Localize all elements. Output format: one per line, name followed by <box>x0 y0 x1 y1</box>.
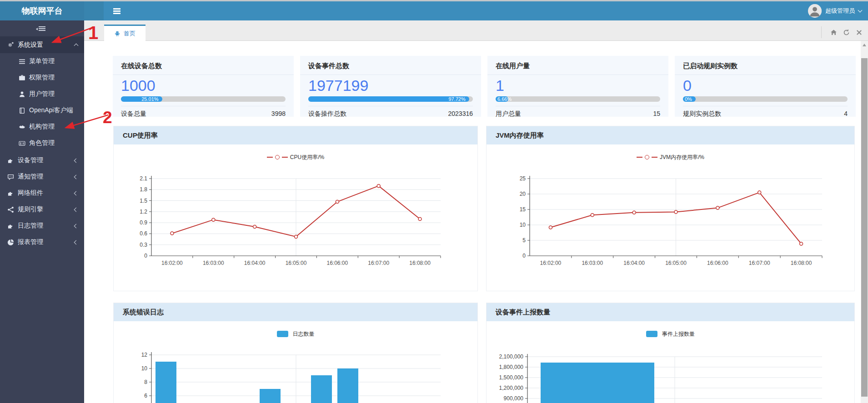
tab-home[interactable]: 首页 <box>104 25 146 41</box>
legend-label: JVM内存使用率/% <box>660 154 704 161</box>
scrollbar-thumb[interactable] <box>861 58 868 397</box>
sidebar-item-label: 菜单管理 <box>29 57 55 65</box>
panel-cpu-usage: CUP使用率 CPU使用率/% 00.30.60.91.21.51.82.116… <box>113 126 478 291</box>
panel-jvm-memory: JVM内存使用率 JVM内存使用率/% 051015202516:02:0016… <box>486 126 855 291</box>
stat-progress-percent: 97.72% <box>448 96 465 102</box>
svg-text:6: 6 <box>144 393 147 399</box>
sidebar-item-label: 网络组件 <box>18 189 43 197</box>
stat-card-online-users: 在线用户量 1 6.66% 用户总量 15 <box>487 56 668 117</box>
stat-footer-label: 设备操作总数 <box>308 110 346 118</box>
refresh-icon[interactable] <box>843 29 850 36</box>
scroll-up-arrow-icon <box>863 44 866 46</box>
stat-footer-value: 2023316 <box>448 110 473 118</box>
close-icon[interactable] <box>856 29 863 36</box>
sidebar-item-permission-management[interactable]: 权限管理 <box>0 70 84 86</box>
stat-footer-label: 设备总量 <box>121 110 146 118</box>
chevron-up-icon <box>74 44 79 48</box>
dashboard-content: 在线设备总数 1000 25.01% 设备总量 3998 设备事件总数 1977… <box>84 41 868 403</box>
stat-card-title: 在线设备总数 <box>113 56 294 75</box>
legend-log-count[interactable]: 日志数量 <box>114 328 477 339</box>
stat-card-title: 已启动规则实例数 <box>675 56 856 75</box>
sidebar-item-openapi-client[interactable]: OpenApi客户端 <box>0 102 84 119</box>
home-icon[interactable] <box>830 29 837 36</box>
user-menu[interactable]: 超级管理员 <box>808 1 862 20</box>
sidebar-item-network-components[interactable]: 网络组件 <box>0 185 84 201</box>
legend-label: CPU使用率/% <box>290 154 324 161</box>
app-logo[interactable]: 物联网平台 <box>0 1 84 20</box>
svg-text:20: 20 <box>520 191 526 197</box>
gears-icon <box>7 41 15 48</box>
sidebar-item-label: 用户管理 <box>29 90 55 98</box>
sidebar-item-organization-management[interactable]: 机构管理 <box>0 119 84 135</box>
tab-bar: 首页 <box>84 20 868 41</box>
svg-text:2.1: 2.1 <box>140 175 147 182</box>
stat-card-online-devices: 在线设备总数 1000 25.01% 设备总量 3998 <box>113 56 294 117</box>
stat-footer-value: 15 <box>653 110 660 118</box>
sidebar-item-log-management[interactable]: 日志管理 <box>0 218 84 234</box>
scrollbar-up-button[interactable] <box>861 41 868 49</box>
legend-jvm[interactable]: JVM内存使用率/% <box>487 152 854 163</box>
legend-label: 日志数量 <box>293 330 315 338</box>
stat-progress-percent: 25.01% <box>141 96 158 102</box>
svg-text:16:08:00: 16:08:00 <box>409 260 431 266</box>
sidebar-toggle-button[interactable] <box>108 1 126 20</box>
svg-text:1,500,000: 1,500,000 <box>499 374 524 381</box>
svg-text:16:04:00: 16:04:00 <box>623 260 645 266</box>
panel-title: CUP使用率 <box>114 126 477 144</box>
iot-dashboard: 物联网平台 超级管理员 系统设置 <box>0 0 868 403</box>
svg-text:12: 12 <box>141 352 148 358</box>
legend-event-count[interactable]: 事件上报数量 <box>487 328 854 339</box>
android-icon <box>114 30 120 37</box>
sidebar-item-system-settings[interactable]: 系统设置 <box>0 36 84 53</box>
stat-card-value: 1 <box>487 75 668 94</box>
sidebar-item-role-management[interactable]: 角色管理 <box>0 135 84 151</box>
svg-text:16:05:00: 16:05:00 <box>665 260 687 266</box>
hamburger-icon <box>113 8 120 10</box>
sidebar-item-label: 设备管理 <box>18 156 43 164</box>
sidebar-item-rule-engine[interactable]: 规则引擎 <box>0 201 84 218</box>
panel-title: JVM内存使用率 <box>487 126 854 144</box>
legend-swatch-icon <box>646 331 657 337</box>
sidebar-item-label: 通知管理 <box>18 173 43 181</box>
svg-text:2,100,000: 2,100,000 <box>499 353 524 360</box>
stat-card-rule-instances: 已启动规则实例数 0 0% 规则实例总数 4 <box>675 56 856 117</box>
panel-title: 系统错误日志 <box>114 303 477 321</box>
stat-footer-value: 3998 <box>271 110 286 118</box>
stat-progress-percent: 6.66% <box>497 96 512 102</box>
sidebar-item-device-management[interactable]: 设备管理 <box>0 152 84 169</box>
puzzle-icon <box>7 157 15 164</box>
panel-title: 设备事件上报数量 <box>487 303 854 321</box>
list-icon <box>19 58 25 65</box>
sidebar: 系统设置 菜单管理 权限管理 用户管理 OpenApi客户端 <box>0 20 84 403</box>
navbar-left-shade <box>84 1 104 20</box>
legend-line-icon <box>282 157 288 158</box>
cpu-usage-chart: 00.30.60.91.21.51.82.116:02:0016:03:0016… <box>114 163 477 285</box>
chevron-left-icon <box>74 207 79 212</box>
sidebar-item-menu-management[interactable]: 菜单管理 <box>0 53 84 70</box>
svg-text:16:04:00: 16:04:00 <box>244 260 266 266</box>
sidebar-item-notification-management[interactable]: 通知管理 <box>0 169 84 185</box>
legend-swatch-icon <box>277 331 288 337</box>
user-name: 超级管理员 <box>825 7 855 15</box>
svg-text:0.3: 0.3 <box>140 242 147 248</box>
sidebar-item-report-management[interactable]: 报表管理 <box>0 234 84 250</box>
svg-text:0.9: 0.9 <box>140 219 147 226</box>
comment-icon <box>7 174 15 180</box>
panel-device-event-reports: 设备事件上报数量 事件上报数量 0300,000600,000900,0001,… <box>486 303 855 403</box>
svg-text:16:02:00: 16:02:00 <box>540 260 562 266</box>
chevron-left-icon <box>74 191 79 195</box>
share-icon <box>7 206 15 213</box>
svg-text:15: 15 <box>520 206 526 213</box>
sidebar-item-label: 规则引擎 <box>18 205 43 214</box>
svg-text:1,800,000: 1,800,000 <box>499 364 524 370</box>
legend-cpu[interactable]: CPU使用率/% <box>114 152 477 163</box>
stat-card-title: 设备事件总数 <box>300 56 481 75</box>
avatar <box>808 4 822 18</box>
sidebar-item-user-management[interactable]: 用户管理 <box>0 86 84 102</box>
svg-text:1.5: 1.5 <box>140 198 147 204</box>
stat-card-title: 在线用户量 <box>487 56 668 75</box>
legend-circle-icon <box>275 155 280 159</box>
sidebar-item-label: OpenApi客户端 <box>29 106 73 114</box>
sidebar-collapse-control[interactable] <box>0 20 84 36</box>
puzzle-icon <box>7 190 15 197</box>
